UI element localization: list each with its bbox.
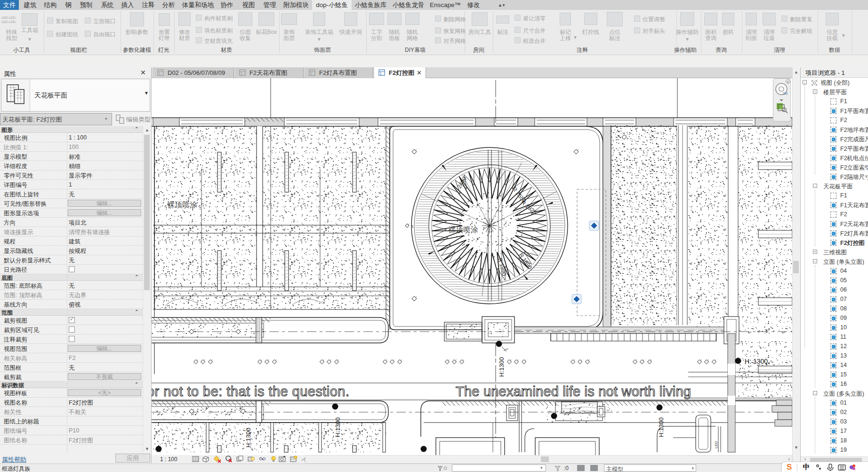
svg-text:H:1300: H:1300 bbox=[658, 417, 665, 437]
svg-text:H:1300: H:1300 bbox=[498, 357, 505, 377]
svg-text:1: 1 bbox=[411, 224, 414, 228]
svg-text:LED: LED bbox=[714, 441, 718, 448]
svg-text:H:1300: H:1300 bbox=[334, 417, 341, 437]
svg-text:裸顶喷涂: 裸顶喷涂 bbox=[448, 226, 478, 234]
svg-text:H:1300: H:1300 bbox=[245, 428, 252, 448]
svg-text:or not to be: that is the ques: or not to be: that is the question. bbox=[152, 384, 349, 399]
svg-text:裸顶喷涂: 裸顶喷涂 bbox=[167, 201, 197, 209]
svg-text:The unexamined life is not wor: The unexamined life is not worth living bbox=[456, 384, 691, 399]
svg-text:2D: 2D bbox=[783, 91, 788, 96]
svg-text:H: 1300.: H: 1300. bbox=[745, 358, 770, 365]
